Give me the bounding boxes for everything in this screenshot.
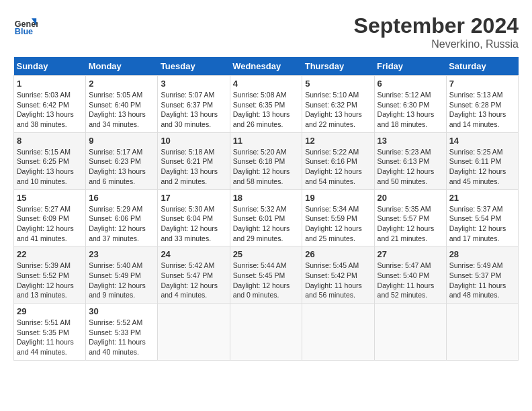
- weekday-header: Friday: [374, 57, 446, 76]
- day-info: Sunrise: 5:25 AM Sunset: 6:11 PM Dayligh…: [449, 147, 515, 187]
- location: Neverkino, Russia: [354, 38, 519, 50]
- day-info: Sunrise: 5:29 AM Sunset: 6:06 PM Dayligh…: [89, 204, 154, 244]
- calendar-table: SundayMondayTuesdayWednesdayThursdayFrid…: [13, 57, 519, 361]
- day-info: Sunrise: 5:20 AM Sunset: 6:18 PM Dayligh…: [233, 147, 300, 187]
- day-number: 10: [161, 136, 226, 146]
- day-number: 7: [449, 79, 515, 89]
- calendar-cell: 26Sunrise: 5:45 AM Sunset: 5:42 PM Dayli…: [302, 246, 374, 304]
- calendar-cell: 15Sunrise: 5:27 AM Sunset: 6:09 PM Dayli…: [14, 189, 86, 246]
- logo: General Blue: [13, 13, 38, 38]
- day-number: 14: [449, 136, 515, 146]
- day-info: Sunrise: 5:17 AM Sunset: 6:23 PM Dayligh…: [89, 147, 154, 187]
- day-number: 16: [89, 193, 154, 203]
- day-number: 25: [233, 249, 300, 259]
- calendar-cell: [158, 304, 230, 361]
- day-number: 19: [305, 193, 371, 203]
- day-number: 29: [17, 306, 83, 316]
- day-number: 11: [233, 136, 300, 146]
- calendar-cell: 25Sunrise: 5:44 AM Sunset: 5:45 PM Dayli…: [230, 246, 302, 304]
- calendar-cell: 28Sunrise: 5:49 AM Sunset: 5:37 PM Dayli…: [446, 246, 518, 304]
- day-number: 12: [305, 136, 371, 146]
- day-info: Sunrise: 5:12 AM Sunset: 6:30 PM Dayligh…: [378, 90, 443, 130]
- calendar-cell: 16Sunrise: 5:29 AM Sunset: 6:06 PM Dayli…: [86, 189, 158, 246]
- day-info: Sunrise: 5:15 AM Sunset: 6:25 PM Dayligh…: [17, 147, 83, 187]
- day-number: 1: [17, 79, 83, 89]
- calendar-cell: 17Sunrise: 5:30 AM Sunset: 6:04 PM Dayli…: [158, 189, 230, 246]
- calendar-cell: 23Sunrise: 5:40 AM Sunset: 5:49 PM Dayli…: [86, 246, 158, 304]
- day-info: Sunrise: 5:40 AM Sunset: 5:49 PM Dayligh…: [89, 261, 154, 300]
- calendar-cell: 20Sunrise: 5:35 AM Sunset: 5:57 PM Dayli…: [374, 189, 446, 246]
- day-info: Sunrise: 5:22 AM Sunset: 6:16 PM Dayligh…: [305, 147, 371, 187]
- weekday-header: Monday: [86, 57, 158, 76]
- calendar-cell: 2Sunrise: 5:05 AM Sunset: 6:40 PM Daylig…: [86, 76, 158, 133]
- day-number: 18: [233, 193, 300, 203]
- day-number: 13: [378, 136, 443, 146]
- day-number: 26: [305, 249, 371, 259]
- calendar-cell: 21Sunrise: 5:37 AM Sunset: 5:54 PM Dayli…: [446, 189, 518, 246]
- day-number: 3: [161, 79, 226, 89]
- calendar-cell: 19Sunrise: 5:34 AM Sunset: 5:59 PM Dayli…: [302, 189, 374, 246]
- day-info: Sunrise: 5:37 AM Sunset: 5:54 PM Dayligh…: [449, 204, 515, 244]
- day-info: Sunrise: 5:52 AM Sunset: 5:33 PM Dayligh…: [89, 318, 154, 357]
- day-number: 8: [17, 136, 83, 146]
- day-info: Sunrise: 5:03 AM Sunset: 6:42 PM Dayligh…: [17, 90, 83, 130]
- calendar-cell: 4Sunrise: 5:08 AM Sunset: 6:35 PM Daylig…: [230, 76, 302, 133]
- weekday-header: Thursday: [302, 57, 374, 76]
- weekday-header: Wednesday: [230, 57, 302, 76]
- calendar-cell: 1Sunrise: 5:03 AM Sunset: 6:42 PM Daylig…: [14, 76, 86, 133]
- day-info: Sunrise: 5:47 AM Sunset: 5:40 PM Dayligh…: [378, 261, 443, 300]
- day-info: Sunrise: 5:34 AM Sunset: 5:59 PM Dayligh…: [305, 204, 371, 244]
- weekday-header-row: SundayMondayTuesdayWednesdayThursdayFrid…: [14, 57, 519, 76]
- calendar-cell: 24Sunrise: 5:42 AM Sunset: 5:47 PM Dayli…: [158, 246, 230, 304]
- svg-text:Blue: Blue: [15, 27, 33, 36]
- day-info: Sunrise: 5:23 AM Sunset: 6:13 PM Dayligh…: [378, 147, 443, 187]
- month-title: September 2024: [354, 13, 519, 38]
- day-info: Sunrise: 5:13 AM Sunset: 6:28 PM Dayligh…: [449, 90, 515, 130]
- calendar-cell: 30Sunrise: 5:52 AM Sunset: 5:33 PM Dayli…: [86, 304, 158, 361]
- day-number: 15: [17, 193, 83, 203]
- calendar-cell: 5Sunrise: 5:10 AM Sunset: 6:32 PM Daylig…: [302, 76, 374, 133]
- weekday-header: Tuesday: [158, 57, 230, 76]
- day-info: Sunrise: 5:44 AM Sunset: 5:45 PM Dayligh…: [233, 261, 300, 300]
- day-number: 6: [378, 79, 443, 89]
- day-number: 5: [305, 79, 371, 89]
- day-info: Sunrise: 5:51 AM Sunset: 5:35 PM Dayligh…: [17, 318, 83, 357]
- day-number: 28: [449, 249, 515, 259]
- day-info: Sunrise: 5:18 AM Sunset: 6:21 PM Dayligh…: [161, 147, 226, 187]
- day-info: Sunrise: 5:05 AM Sunset: 6:40 PM Dayligh…: [89, 90, 154, 130]
- calendar-cell: 14Sunrise: 5:25 AM Sunset: 6:11 PM Dayli…: [446, 132, 518, 189]
- calendar-cell: [446, 304, 518, 361]
- calendar-cell: 29Sunrise: 5:51 AM Sunset: 5:35 PM Dayli…: [14, 304, 86, 361]
- calendar-cell: 11Sunrise: 5:20 AM Sunset: 6:18 PM Dayli…: [230, 132, 302, 189]
- weekday-header: Sunday: [14, 57, 86, 76]
- calendar-cell: 8Sunrise: 5:15 AM Sunset: 6:25 PM Daylig…: [14, 132, 86, 189]
- calendar-cell: 6Sunrise: 5:12 AM Sunset: 6:30 PM Daylig…: [374, 76, 446, 133]
- day-number: 24: [161, 249, 226, 259]
- calendar-cell: 7Sunrise: 5:13 AM Sunset: 6:28 PM Daylig…: [446, 76, 518, 133]
- day-info: Sunrise: 5:39 AM Sunset: 5:52 PM Dayligh…: [17, 261, 83, 300]
- day-info: Sunrise: 5:08 AM Sunset: 6:35 PM Dayligh…: [233, 90, 300, 130]
- calendar-week-row: 22Sunrise: 5:39 AM Sunset: 5:52 PM Dayli…: [14, 246, 519, 304]
- calendar-cell: 18Sunrise: 5:32 AM Sunset: 6:01 PM Dayli…: [230, 189, 302, 246]
- day-info: Sunrise: 5:32 AM Sunset: 6:01 PM Dayligh…: [233, 204, 300, 244]
- calendar-cell: 9Sunrise: 5:17 AM Sunset: 6:23 PM Daylig…: [86, 132, 158, 189]
- day-number: 4: [233, 79, 300, 89]
- calendar-week-row: 29Sunrise: 5:51 AM Sunset: 5:35 PM Dayli…: [14, 304, 519, 361]
- day-number: 22: [17, 249, 83, 259]
- day-number: 30: [89, 306, 154, 316]
- weekday-header: Saturday: [446, 57, 518, 76]
- day-number: 2: [89, 79, 154, 89]
- calendar-week-row: 15Sunrise: 5:27 AM Sunset: 6:09 PM Dayli…: [14, 189, 519, 246]
- day-number: 27: [378, 249, 443, 259]
- calendar-week-row: 1Sunrise: 5:03 AM Sunset: 6:42 PM Daylig…: [14, 76, 519, 133]
- day-info: Sunrise: 5:07 AM Sunset: 6:37 PM Dayligh…: [161, 90, 226, 130]
- title-area: September 2024 Neverkino, Russia: [354, 13, 519, 50]
- day-number: 20: [378, 193, 443, 203]
- day-info: Sunrise: 5:10 AM Sunset: 6:32 PM Dayligh…: [305, 90, 371, 130]
- calendar-cell: 13Sunrise: 5:23 AM Sunset: 6:13 PM Dayli…: [374, 132, 446, 189]
- calendar-cell: [302, 304, 374, 361]
- day-info: Sunrise: 5:49 AM Sunset: 5:37 PM Dayligh…: [449, 261, 515, 300]
- calendar-cell: 22Sunrise: 5:39 AM Sunset: 5:52 PM Dayli…: [14, 246, 86, 304]
- page-header: General Blue September 2024 Neverkino, R…: [13, 13, 519, 50]
- day-number: 23: [89, 249, 154, 259]
